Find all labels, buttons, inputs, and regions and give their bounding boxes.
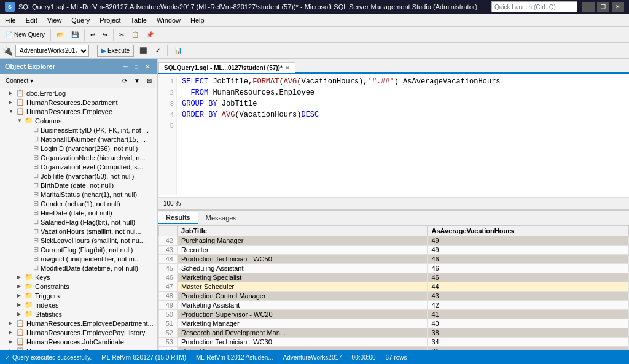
menu-query[interactable]: Query <box>66 15 95 25</box>
oe-collapse-btn[interactable]: ⊟ <box>144 76 155 87</box>
undo-btn[interactable]: ↩ <box>87 28 98 42</box>
table-row[interactable]: 47 Master Scheduler 44 <box>159 282 629 292</box>
code-editor[interactable]: 12345 SELECT JobTitle,FORMAT(AVG(Vacatio… <box>158 74 629 197</box>
menu-edit[interactable]: Edit <box>21 15 42 25</box>
close-button[interactable]: ✕ <box>612 2 624 12</box>
stop-btn[interactable]: ⬛ <box>136 44 150 58</box>
table-row[interactable]: 52 Research and Development Man... 38 <box>159 328 629 338</box>
menu-project[interactable]: Project <box>95 15 125 25</box>
tree-item-col16[interactable]: ⊟ ModifiedDate (datetime, not null) <box>0 263 157 273</box>
tree-item-col13[interactable]: ⊟ SickLeaveHours (smallint, not nu... <box>0 236 157 245</box>
row-avghours: 44 <box>428 282 629 292</box>
menu-file[interactable]: File <box>0 15 21 25</box>
node-label-col7: BirthDate (date, not null) <box>41 182 114 189</box>
oe-refresh-btn[interactable]: ⟳ <box>119 76 130 87</box>
tree-item-col6[interactable]: ⊟ JobTitle (nvarchar(50), not null) <box>0 171 157 180</box>
database-dropdown[interactable]: AdventureWorks2017 <box>15 45 89 57</box>
tree-item-col2[interactable]: ⊟ NationalIDNumber (nvarchar(15, ... <box>0 134 157 144</box>
table-row[interactable]: 45 Scheduling Assistant 46 <box>159 264 629 273</box>
results-tab-messages[interactable]: Messages <box>198 212 244 223</box>
table-row[interactable]: 44 Production Technician - WC50 46 <box>159 255 629 264</box>
tree-item-triggersFolder[interactable]: ▶ 📁 Triggers <box>0 291 157 300</box>
node-icon-col13: ⊟ <box>33 236 39 244</box>
row-jobtitle: Research and Development Man... <box>178 328 428 338</box>
cut-btn[interactable]: ✂ <box>116 28 127 42</box>
panel-controls: ─ □ ✕ <box>120 61 152 71</box>
panel-min-btn[interactable]: ─ <box>120 61 130 71</box>
tree-item-col5[interactable]: ⊟ OrganizationLevel (Computed, s... <box>0 162 157 171</box>
code-line-4[interactable]: ORDER BY AVG(VacationHours)DESC <box>182 109 624 120</box>
node-icon-hrEmpDept: 📋 <box>16 319 25 327</box>
tree-item-hrJobCand[interactable]: ▶ 📋 HumanResources.JobCandidate <box>0 337 157 346</box>
editor-tab-1[interactable]: SQLQuery1.sql - ML...0127\student (57))*… <box>158 62 295 73</box>
execute-button[interactable]: ▶ Execute <box>97 45 134 57</box>
tree-item-col1[interactable]: ⊟ BusinessEntityID (PK, FK, int, not ... <box>0 125 157 134</box>
menu-bar: File Edit View Query Project Table Windo… <box>0 14 629 27</box>
tree-item-keysFolder[interactable]: ▶ 📁 Keys <box>0 273 157 282</box>
row-avghours: 41 <box>428 310 629 319</box>
tree-item-hrShift[interactable]: ▶ 📋 HumanResources.Shift <box>0 346 157 350</box>
redo-btn[interactable]: ↪ <box>100 28 111 42</box>
tree-item-colsFolder[interactable]: ▼ 📁 Columns <box>0 116 157 125</box>
table-row[interactable]: 42 Purchasing Manager 49 <box>159 236 629 246</box>
node-label-hrDept: HumanResources.Department <box>26 99 118 106</box>
code-content[interactable]: SELECT JobTitle,FORMAT(AVG(VacationHours… <box>177 76 629 195</box>
tree-item-statisticsFolder[interactable]: ▶ 📁 Statistics <box>0 309 157 319</box>
results-tab-results[interactable]: Results <box>158 212 198 224</box>
tree-item-col9[interactable]: ⊟ Gender (nchar(1), not null) <box>0 199 157 208</box>
table-row[interactable]: 46 Marketing Specialist 46 <box>159 273 629 282</box>
tree-item-hrEmployee[interactable]: ▼ 📋 HumanResources.Employee <box>0 107 157 116</box>
tree-item-hrEmpPay[interactable]: ▶ 📋 HumanResources.EmployeePayHistory <box>0 328 157 337</box>
tree-item-errorLog[interactable]: ▶ 📋 dbo.ErrorLog <box>0 88 157 98</box>
menu-window[interactable]: Window <box>152 15 186 25</box>
parse-btn[interactable]: ✓ <box>152 44 163 58</box>
tree-item-col15[interactable]: ⊟ rowguid (uniqueidentifier, not m... <box>0 254 157 263</box>
open-btn[interactable]: 📂 <box>53 28 67 42</box>
table-row[interactable]: 48 Production Control Manager 43 <box>159 292 629 301</box>
results-grid[interactable]: JobTitle AsAverageVacationHours 42 Purch… <box>158 225 629 350</box>
editor-tab-1-close[interactable]: ✕ <box>285 65 290 71</box>
table-row[interactable]: 51 Marketing Manager 40 <box>159 319 629 328</box>
node-label-colsFolder: Columns <box>35 117 61 125</box>
tree-item-col7[interactable]: ⊟ BirthDate (date, not null) <box>0 180 157 190</box>
expand-icon-colsFolder: ▼ <box>17 118 25 123</box>
menu-help[interactable]: Help <box>186 15 209 25</box>
menu-view[interactable]: View <box>42 15 67 25</box>
node-icon-col16: ⊟ <box>33 264 39 272</box>
tree-item-indexesFolder[interactable]: ▶ 📁 Indexes <box>0 300 157 309</box>
oe-filter-btn[interactable]: ▼ <box>131 76 143 87</box>
save-btn[interactable]: 💾 <box>68 28 82 42</box>
table-row[interactable]: 43 Recruiter 49 <box>159 246 629 255</box>
quick-launch-input[interactable] <box>491 1 577 12</box>
code-line-5[interactable] <box>182 120 624 131</box>
tree-item-col10[interactable]: ⊟ HireDate (date, not null) <box>0 208 157 217</box>
panel-max-btn[interactable]: □ <box>131 61 141 71</box>
table-row[interactable]: 49 Marketing Assistant 42 <box>159 301 629 310</box>
results-btn[interactable]: 📊 <box>171 44 185 58</box>
paste-btn[interactable]: 📌 <box>143 28 157 42</box>
new-query-btn[interactable]: 📄 New Query <box>2 28 48 42</box>
tree-item-col8[interactable]: ⊟ MaritalStatus (nchar(1), not null) <box>0 190 157 199</box>
tree-item-col14[interactable]: ⊟ CurrentFlag (Flag(bit), not null) <box>0 245 157 254</box>
tree-item-col12[interactable]: ⊟ VacationHours (smallint, not nul... <box>0 227 157 236</box>
tree-item-col4[interactable]: ⊟ OrganizationNode (hierarchyid, n... <box>0 153 157 162</box>
table-row[interactable]: 50 Production Supervisor - WC20 41 <box>159 310 629 319</box>
code-line-3[interactable]: GROUP BY JobTitle <box>182 98 624 109</box>
tree-item-constraintsFolder[interactable]: ▶ 📁 Constraints <box>0 282 157 291</box>
tree-item-hrEmpDept[interactable]: ▶ 📋 HumanResources.EmployeeDepartment... <box>0 319 157 328</box>
tree-item-col3[interactable]: ⊟ LoginID (nvarchar(256), not null) <box>0 144 157 153</box>
minimize-button[interactable]: ─ <box>582 2 595 12</box>
oe-connect-btn[interactable]: Connect ▾ <box>2 76 36 87</box>
panel-close-btn[interactable]: ✕ <box>143 61 152 71</box>
table-row[interactable]: 53 Production Technician - WC30 34 <box>159 338 629 347</box>
restore-button[interactable]: ❐ <box>597 2 609 12</box>
menu-table[interactable]: Table <box>126 15 152 25</box>
code-line-1[interactable]: SELECT JobTitle,FORMAT(AVG(VacationHours… <box>182 76 624 87</box>
node-label-keysFolder: Keys <box>35 274 50 281</box>
copy-btn[interactable]: 📋 <box>128 28 142 42</box>
status-rows: 67 rows <box>386 354 407 361</box>
node-label-col6: JobTitle (nvarchar(50), not null) <box>41 172 134 180</box>
code-line-2[interactable]: FROM HumanResources.Employee <box>182 87 624 98</box>
tree-item-col11[interactable]: ⊟ SalariedFlag (Flag(bit), not null) <box>0 217 157 227</box>
tree-item-hrDept[interactable]: ▶ 📋 HumanResources.Department <box>0 98 157 107</box>
